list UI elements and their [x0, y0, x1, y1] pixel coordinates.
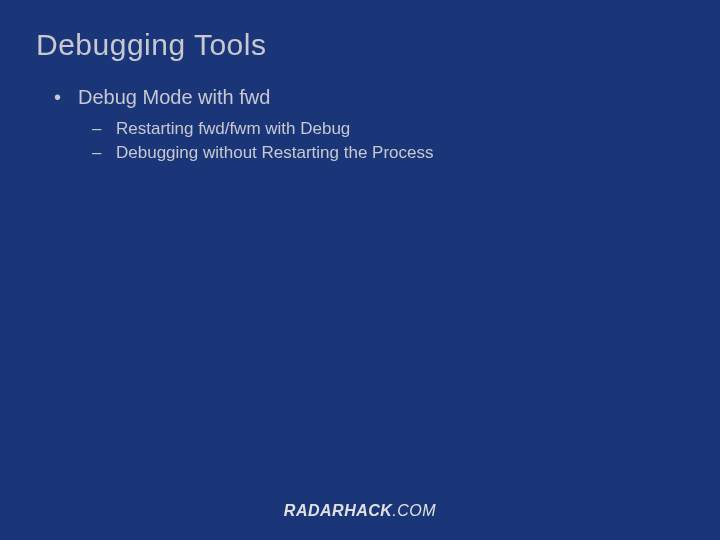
- slide-title: Debugging Tools: [36, 28, 684, 62]
- footer-brand-bold: RADARHACK: [284, 502, 393, 519]
- footer-logo: RADARHACK.COM: [284, 502, 436, 520]
- slide-container: Debugging Tools Debug Mode with fwd Rest…: [0, 0, 720, 540]
- bullet-level-2-item: Restarting fwd/fwm with Debug: [92, 119, 684, 139]
- footer-brand-thin: .COM: [392, 502, 436, 519]
- bullet-level-1: Debug Mode with fwd: [54, 86, 684, 109]
- bullet-level-2-item: Debugging without Restarting the Process: [92, 143, 684, 163]
